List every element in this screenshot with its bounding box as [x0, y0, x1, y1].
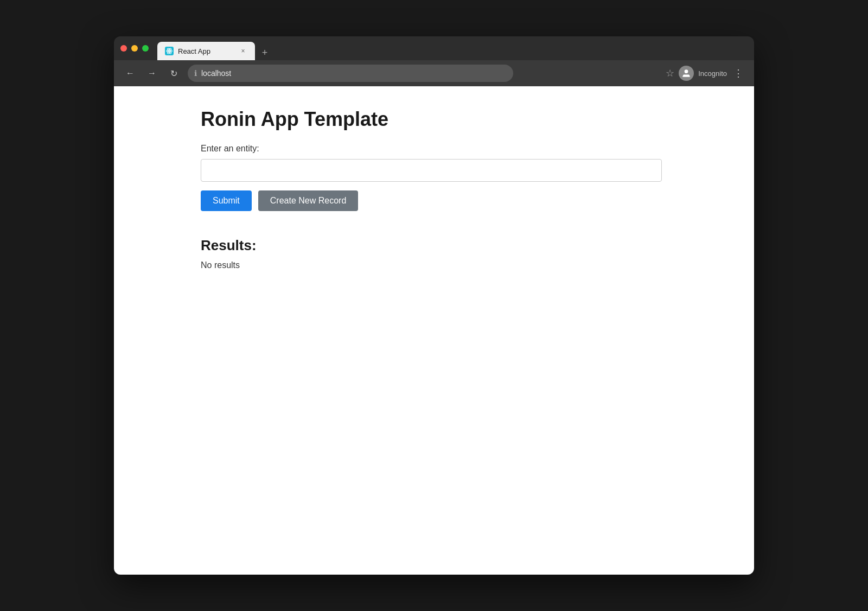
results-title: Results:	[201, 237, 667, 254]
browser-window: React App × + ← → ↻ ℹ localhost ☆ Incogn…	[114, 36, 754, 575]
maximize-button[interactable]	[142, 45, 149, 52]
forward-button[interactable]: →	[144, 66, 159, 81]
nav-bar: ← → ↻ ℹ localhost ☆ Incognito ⋮	[114, 60, 754, 86]
close-button[interactable]	[120, 45, 127, 52]
reload-button[interactable]: ↻	[166, 66, 181, 81]
bookmark-icon[interactable]: ☆	[666, 67, 674, 79]
submit-button[interactable]: Submit	[201, 190, 252, 211]
svg-rect-5	[684, 73, 689, 75]
address-text: localhost	[201, 69, 231, 78]
tab-title: React App	[178, 47, 234, 55]
button-row: Submit Create New Record	[201, 190, 667, 211]
traffic-lights	[120, 45, 149, 52]
tab-bar: React App × +	[157, 36, 748, 60]
address-info-icon: ℹ	[194, 69, 197, 78]
svg-point-0	[169, 50, 170, 52]
new-tab-button[interactable]: +	[257, 45, 272, 60]
browser-menu-button[interactable]: ⋮	[731, 65, 745, 81]
nav-actions: ☆ Incognito ⋮	[666, 65, 745, 81]
title-bar: React App × +	[114, 36, 754, 60]
no-results-text: No results	[201, 260, 667, 270]
tab-favicon-icon	[165, 47, 174, 55]
incognito-avatar	[679, 66, 694, 81]
address-bar[interactable]: ℹ localhost	[188, 65, 513, 82]
entity-input[interactable]	[201, 159, 662, 182]
page-content: Ronin App Template Enter an entity: Subm…	[114, 86, 754, 575]
entity-label: Enter an entity:	[201, 144, 667, 154]
back-button[interactable]: ←	[123, 66, 138, 81]
minimize-button[interactable]	[131, 45, 138, 52]
incognito-label: Incognito	[698, 69, 727, 78]
active-tab[interactable]: React App ×	[157, 42, 255, 60]
app-title: Ronin App Template	[201, 108, 667, 131]
svg-point-4	[685, 69, 688, 73]
create-new-record-button[interactable]: Create New Record	[258, 190, 359, 211]
tab-close-button[interactable]: ×	[239, 47, 247, 55]
